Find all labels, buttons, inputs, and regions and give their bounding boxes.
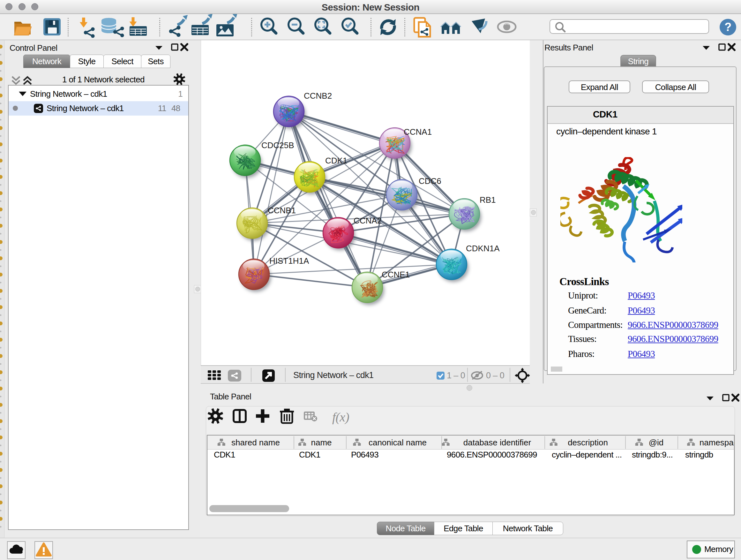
svg-text:CCNA1: CCNA1 — [404, 127, 432, 137]
svg-text:CCNA2: CCNA2 — [354, 216, 382, 226]
svg-text:CCNB1: CCNB1 — [268, 206, 296, 215]
svg-text:CDC25B: CDC25B — [261, 140, 294, 150]
svg-text:CCNE1: CCNE1 — [382, 270, 410, 279]
svg-text:CDC6: CDC6 — [419, 176, 441, 186]
svg-text:HIST1H1A: HIST1H1A — [269, 256, 309, 266]
svg-text:RB1: RB1 — [480, 195, 496, 205]
svg-text:CDKN1A: CDKN1A — [466, 244, 500, 253]
svg-text:CCNB2: CCNB2 — [304, 91, 332, 101]
svg-text:CDK1: CDK1 — [325, 156, 347, 165]
